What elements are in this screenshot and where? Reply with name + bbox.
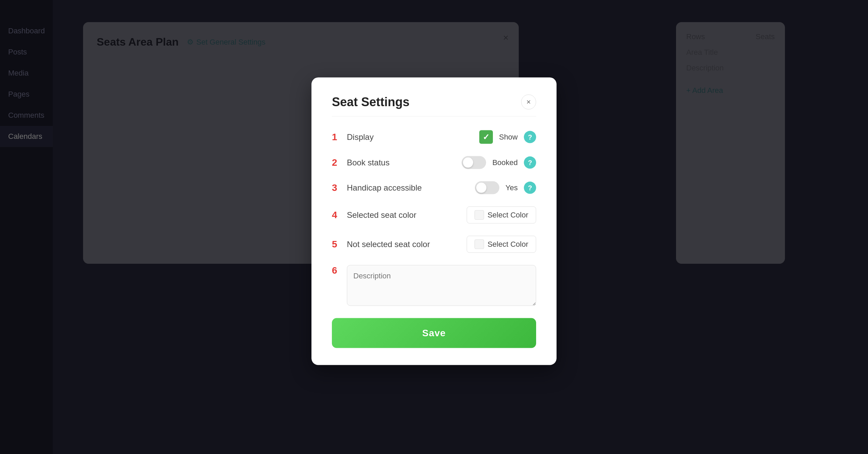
row-number-1: 1 [332, 132, 347, 143]
not-selected-color-control: Select Color [467, 236, 536, 253]
row-number-2: 2 [332, 157, 347, 168]
book-status-toggle-thumb [463, 158, 473, 168]
row-label-book-status: Book status [347, 158, 462, 167]
inner-modal-title: Seat Settings [332, 95, 409, 109]
display-checkbox[interactable] [479, 130, 493, 144]
row-number-4: 4 [332, 210, 347, 221]
book-status-control: Booked ? [462, 156, 536, 169]
row-number-3: 3 [332, 182, 347, 193]
book-status-value: Booked [492, 158, 518, 167]
row-number-5: 5 [332, 239, 347, 250]
row-label-not-selected-color: Not selected seat color [347, 240, 467, 249]
selected-color-swatch [475, 210, 484, 220]
settings-row-not-selected-color: 5 Not selected seat color Select Color [332, 236, 536, 253]
display-help-icon[interactable]: ? [524, 131, 536, 143]
row-label-selected-color: Selected seat color [347, 210, 467, 220]
handicap-value: Yes [505, 183, 518, 192]
inner-modal-header: Seat Settings × [332, 95, 536, 117]
settings-row-handicap: 3 Handicap accessible Yes ? [332, 181, 536, 194]
seat-settings-modal: Seat Settings × 1 Display Show ? 2 Book … [311, 78, 557, 365]
display-value: Show [499, 133, 518, 142]
settings-row-display: 1 Display Show ? [332, 130, 536, 144]
book-status-help-icon[interactable]: ? [524, 157, 536, 169]
description-textarea[interactable] [347, 265, 536, 306]
selected-color-label: Select Color [487, 211, 528, 220]
row-number-6: 6 [332, 265, 347, 276]
handicap-toggle-thumb [476, 183, 486, 193]
not-selected-color-label: Select Color [487, 240, 528, 249]
row-label-display: Display [347, 132, 479, 142]
settings-row-selected-color: 4 Selected seat color Select Color [332, 207, 536, 224]
settings-row-book-status: 2 Book status Booked ? [332, 156, 536, 169]
handicap-help-icon[interactable]: ? [524, 182, 536, 194]
not-selected-color-button[interactable]: Select Color [467, 236, 536, 253]
settings-row-description: 6 [332, 265, 536, 306]
handicap-toggle[interactable] [475, 181, 499, 194]
display-control: Show ? [479, 130, 536, 144]
save-button[interactable]: Save [332, 318, 536, 348]
handicap-control: Yes ? [475, 181, 536, 194]
book-status-toggle[interactable] [462, 156, 486, 169]
selected-color-control: Select Color [467, 207, 536, 224]
not-selected-color-swatch [475, 240, 484, 249]
selected-color-button[interactable]: Select Color [467, 207, 536, 224]
row-label-handicap: Handicap accessible [347, 183, 475, 193]
close-inner-button[interactable]: × [521, 95, 536, 110]
